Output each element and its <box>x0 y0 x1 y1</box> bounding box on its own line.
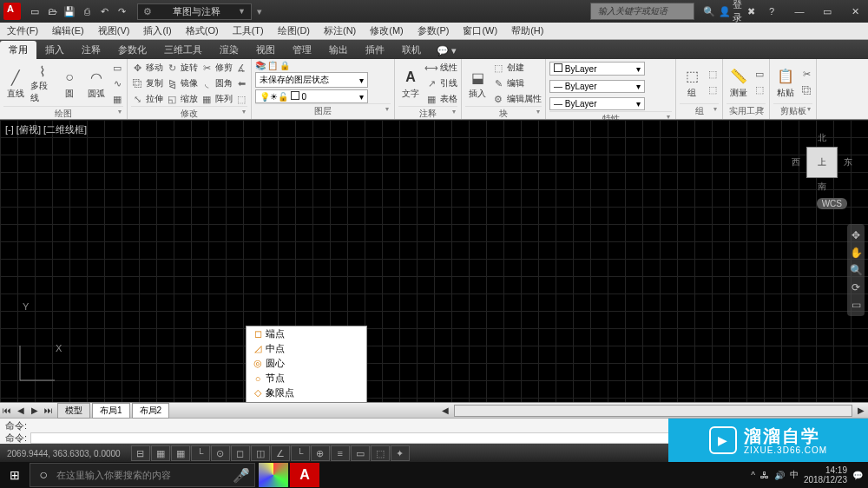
offset-button[interactable]: ⬚ <box>235 92 247 106</box>
taskbar-app-autocad[interactable]: A <box>290 463 319 487</box>
taskbar-clock[interactable]: 14:19 2018/12/23 <box>804 465 847 485</box>
tray-ime-icon[interactable]: 中 <box>790 469 799 481</box>
otrack-toggle[interactable]: ∠ <box>271 445 290 461</box>
panel-block-title[interactable]: 块 <box>465 106 542 120</box>
menu-view[interactable]: 视图(V) <box>91 23 137 39</box>
menu-tools[interactable]: 工具(T) <box>226 23 271 39</box>
nav-zoom-icon[interactable]: 🔍 <box>850 264 863 276</box>
print-icon[interactable]: ⎙ <box>80 4 94 18</box>
nav-orbit-icon[interactable]: ⟳ <box>852 281 860 293</box>
create-block-button[interactable]: ⬚创建 <box>492 61 542 75</box>
login-button[interactable]: 👤登录 <box>722 3 738 19</box>
tab-layout1[interactable]: 布局1 <box>92 403 130 419</box>
save-icon[interactable]: 💾 <box>62 4 76 18</box>
erase-button[interactable]: ∡ <box>235 61 247 75</box>
layer-props-icon[interactable]: 📚 <box>255 61 266 70</box>
measure-button[interactable]: 📏测量 <box>727 62 751 103</box>
color-combo[interactable]: ByLayer▾ <box>549 62 645 76</box>
insert-block-button[interactable]: ⬓插入 <box>465 63 490 104</box>
menu-file[interactable]: 文件(F) <box>0 23 45 39</box>
tray-network-icon[interactable]: 🖧 <box>760 471 769 480</box>
paste-button[interactable]: 📋粘贴 <box>773 62 798 103</box>
tray-notifications-icon[interactable]: 💬 <box>852 471 863 480</box>
polyline-button[interactable]: ⌇多段线 <box>30 63 55 104</box>
tab-plugins[interactable]: 插件 <box>357 41 393 59</box>
sc-toggle[interactable]: ✦ <box>391 445 410 461</box>
tab-insert[interactable]: 插入 <box>36 41 73 59</box>
panel-draw-title[interactable]: 绘图 <box>3 106 123 120</box>
select-button[interactable]: ▭ <box>753 68 766 82</box>
tab-nav-next[interactable]: ▶ <box>28 406 42 415</box>
tab-render[interactable]: 渲染 <box>211 41 247 59</box>
tab-nav-prev[interactable]: ◀ <box>14 406 28 415</box>
edit-block-button[interactable]: ✎编辑 <box>492 76 542 90</box>
osnap-node[interactable]: ○节点 <box>247 371 366 386</box>
tab-layout2[interactable]: 布局2 <box>132 403 170 419</box>
mirror-button[interactable]: ⧎镜像 <box>166 76 198 90</box>
osnap-center[interactable]: ◎圆心 <box>247 356 366 371</box>
panel-annotation-title[interactable]: 注释 <box>398 106 457 120</box>
tab-home[interactable]: 常用 <box>0 41 36 59</box>
menu-modify[interactable]: 修改(M) <box>363 23 411 39</box>
rect-button[interactable]: ▭ <box>111 61 123 75</box>
taskbar-search[interactable]: ○ 在这里输入你要搜索的内容 🎤 <box>30 463 255 487</box>
tab-annotate[interactable]: 注释 <box>73 41 109 59</box>
layer-current-combo[interactable]: 💡☀🔓 0▾ <box>255 89 368 103</box>
tab-output[interactable]: 输出 <box>320 41 357 59</box>
group-edit-button[interactable]: ⬚ <box>707 83 719 97</box>
panel-layers-title[interactable]: 图层 <box>255 103 391 117</box>
menu-edit[interactable]: 编辑(E) <box>45 23 91 39</box>
trim-button[interactable]: ✂修剪 <box>201 61 233 75</box>
tab-model[interactable]: 模型 <box>57 403 90 419</box>
panel-group-title[interactable]: 组 <box>680 103 719 117</box>
menu-parametric[interactable]: 参数(P) <box>411 23 457 39</box>
drawing-area[interactable]: [-] [俯视] [二维线框] 北 南 西 东 上 WCS ✥ ✋ 🔍 ⟳ ▭ … <box>0 120 868 402</box>
mic-icon[interactable]: 🎤 <box>228 467 254 484</box>
search-icon[interactable]: 🔍 <box>701 3 717 19</box>
3dosnap-toggle[interactable]: ◫ <box>251 445 270 461</box>
wcs-badge[interactable]: WCS <box>817 198 847 209</box>
tray-volume-icon[interactable]: 🔊 <box>774 471 785 480</box>
workspace-selector[interactable]: 草图与注释 ▼ <box>137 3 252 20</box>
viewcube-north[interactable]: 北 <box>818 132 826 144</box>
qp-toggle[interactable]: ⬚ <box>371 445 390 461</box>
menu-dimension[interactable]: 标注(N) <box>317 23 363 39</box>
text-button[interactable]: A文字 <box>398 63 423 104</box>
line-button[interactable]: ╱直线 <box>3 63 28 104</box>
layer-state-combo[interactable]: 未保存的图层状态▾ <box>255 72 368 88</box>
nav-wheel-icon[interactable]: ✥ <box>852 229 860 241</box>
osnap-toggle[interactable]: ◻ <box>231 445 250 461</box>
snap-toggle[interactable]: ▦ <box>151 445 170 461</box>
menu-draw[interactable]: 绘图(D) <box>271 23 317 39</box>
maximize-button[interactable]: ▭ <box>814 3 840 20</box>
tab-parametric[interactable]: 参数化 <box>109 41 155 59</box>
redo-icon[interactable]: ↷ <box>115 4 128 18</box>
qselect-button[interactable]: ⬚ <box>753 83 766 97</box>
viewcube-south[interactable]: 南 <box>818 181 826 193</box>
viewcube-east[interactable]: 东 <box>844 156 852 168</box>
ortho-toggle[interactable]: └ <box>191 445 210 461</box>
menu-help[interactable]: 帮助(H) <box>504 23 550 39</box>
rotate-button[interactable]: ↻旋转 <box>166 61 198 75</box>
panel-modify-title[interactable]: 修改 <box>131 106 247 120</box>
circle-button[interactable]: ○圆 <box>57 63 82 104</box>
tray-up-icon[interactable]: ^ <box>751 471 755 480</box>
undo-icon[interactable]: ↶ <box>97 4 111 18</box>
nav-pan-icon[interactable]: ✋ <box>850 247 863 259</box>
minimize-button[interactable]: — <box>786 3 812 20</box>
exchange-icon[interactable]: ✖ <box>743 3 759 19</box>
tpy-toggle[interactable]: ▭ <box>351 445 370 461</box>
ducs-toggle[interactable]: └ <box>291 445 310 461</box>
polar-toggle[interactable]: ⊙ <box>211 445 230 461</box>
ungroup-button[interactable]: ⬚ <box>707 68 719 82</box>
tab-online[interactable]: 联机 <box>393 41 430 59</box>
cut-button[interactable]: ✂ <box>800 68 812 82</box>
grid-toggle[interactable]: ▦ <box>171 445 190 461</box>
osnap-midpoint[interactable]: ◿中点 <box>247 341 366 356</box>
array-button[interactable]: ▦阵列 <box>201 92 233 106</box>
panel-clipboard-title[interactable]: 剪贴板 <box>773 103 812 117</box>
coordinates-display[interactable]: 2069.9444, 363.6303, 0.0000 <box>0 449 128 458</box>
lwt-toggle[interactable]: ≡ <box>331 445 350 461</box>
hatch-button[interactable]: ▦ <box>111 92 123 106</box>
help-icon[interactable]: ? <box>764 3 779 19</box>
